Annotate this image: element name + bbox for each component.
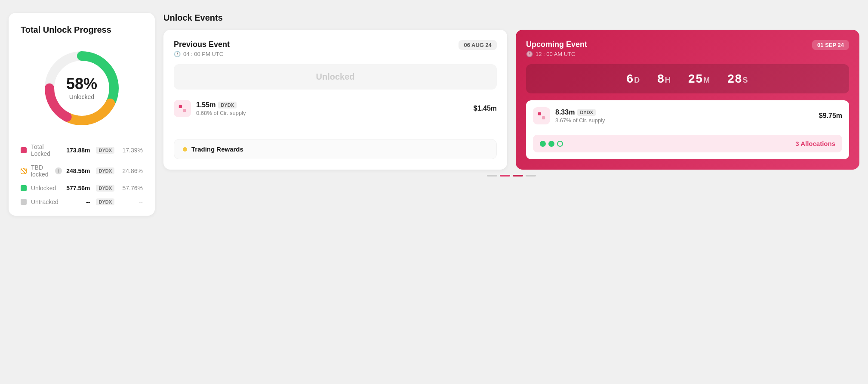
legend-token-tbd: DYDX bbox=[96, 167, 114, 174]
upcoming-event-time-text: 12 : 00 AM UTC bbox=[536, 51, 575, 57]
legend-token-unlocked: DYDX bbox=[96, 185, 114, 192]
prev-event-title: Previous Event bbox=[174, 40, 230, 49]
legend-pct-tbd: 24.86% bbox=[122, 167, 143, 174]
donut-center: 58% Unlocked bbox=[66, 76, 97, 100]
scroll-dot-3 bbox=[513, 175, 523, 177]
legend-pct-unlocked: 57.76% bbox=[122, 185, 143, 192]
alloc-dot-3 bbox=[557, 141, 563, 147]
donut-percent: 58% bbox=[66, 76, 97, 92]
locked-icon bbox=[21, 147, 27, 153]
upcoming-event-header: Upcoming Event 🕐 12 : 00 AM UTC 01 SEP 2… bbox=[526, 40, 849, 57]
legend-label-untracked: Untracked bbox=[31, 198, 82, 205]
legend-token-untracked: DYDX bbox=[96, 198, 114, 205]
legend-row-tbd: TBD locked i 248.56m DYDX 24.86% bbox=[21, 164, 143, 178]
countdown-days-unit: D bbox=[634, 76, 640, 84]
legend-pct-untracked: -- bbox=[122, 198, 143, 205]
right-section: Unlock Events Previous Event 🕐 04 : 00 P… bbox=[163, 13, 859, 216]
donut-label: Unlocked bbox=[66, 93, 97, 100]
upcoming-supply-text: 3.67% of Cir. supply bbox=[555, 117, 814, 124]
countdown-hours: 8 bbox=[657, 72, 665, 85]
legend-amount-tbd: 248.56m bbox=[66, 167, 90, 174]
legend-label-tbd: TBD locked bbox=[31, 164, 50, 178]
alloc-dot-1 bbox=[540, 141, 546, 147]
previous-event-card: Previous Event 🕐 04 : 00 PM UTC 06 AUG 2… bbox=[163, 30, 507, 170]
countdown-seconds: 28 bbox=[727, 72, 742, 85]
countdown-seconds-unit: S bbox=[742, 76, 748, 84]
upcoming-alloc-row: 8.33m DYDX 3.67% of Cir. supply $9.75m bbox=[533, 107, 842, 124]
svg-rect-6 bbox=[538, 112, 541, 115]
total-unlock-progress-card: Total Unlock Progress 58% Unlocked bbox=[9, 13, 155, 216]
scroll-indicators bbox=[163, 175, 859, 177]
svg-rect-5 bbox=[183, 109, 186, 112]
yellow-dot-icon bbox=[183, 147, 187, 152]
section-title: Unlock Events bbox=[163, 13, 859, 23]
countdown-text: 6D 8H 25M 28S bbox=[536, 72, 839, 86]
info-icon: i bbox=[55, 167, 62, 174]
countdown-hours-unit: H bbox=[665, 76, 671, 84]
upcoming-dydx-badge: DYDX bbox=[577, 109, 596, 116]
upcoming-alloc-amount: 8.33m DYDX bbox=[555, 108, 814, 116]
donut-chart-wrapper: 58% Unlocked bbox=[21, 45, 143, 131]
upcoming-alloc-value: $9.75m bbox=[819, 112, 842, 120]
legend-row-unlocked: Unlocked 577.56m DYDX 57.76% bbox=[21, 185, 143, 192]
legend-amount-unlocked: 577.56m bbox=[66, 185, 90, 192]
left-card-title: Total Unlock Progress bbox=[21, 25, 143, 35]
upcoming-alloc-info: 8.33m DYDX 3.67% of Cir. supply bbox=[555, 108, 814, 124]
prev-alloc-amount: 1.55m DYDX bbox=[196, 101, 468, 109]
scroll-dot-2 bbox=[500, 175, 510, 177]
upcoming-inner-card: 8.33m DYDX 3.67% of Cir. supply $9.75m bbox=[526, 100, 849, 159]
prev-amount-text: 1.55m bbox=[196, 101, 215, 109]
legend-pct-locked: 17.39% bbox=[122, 147, 143, 154]
events-row: Previous Event 🕐 04 : 00 PM UTC 06 AUG 2… bbox=[163, 30, 859, 170]
legend: Total Locked 173.88m DYDX 17.39% TBD loc… bbox=[21, 143, 143, 205]
allocations-footer: 3 Allocations bbox=[533, 135, 842, 152]
legend-row-untracked: Untracked -- DYDX -- bbox=[21, 198, 143, 205]
legend-label-locked: Total Locked bbox=[31, 143, 62, 157]
prev-alloc-value: $1.45m bbox=[474, 105, 497, 112]
svg-rect-4 bbox=[179, 105, 182, 108]
upcoming-event-card: Upcoming Event 🕐 12 : 00 AM UTC 01 SEP 2… bbox=[516, 30, 859, 170]
legend-amount-untracked: -- bbox=[86, 198, 90, 205]
tbd-icon bbox=[21, 168, 27, 174]
legend-label-unlocked: Unlocked bbox=[31, 185, 62, 192]
scroll-dot-4 bbox=[526, 175, 536, 177]
countdown-minutes-unit: M bbox=[703, 76, 711, 84]
prev-allocation-row: 1.55m DYDX 0.68% of Cir. supply $1.45m bbox=[174, 96, 497, 121]
prev-event-time-text: 04 : 00 PM UTC bbox=[183, 51, 223, 57]
legend-amount-locked: 173.88m bbox=[66, 147, 90, 154]
upcoming-alloc-icon bbox=[533, 107, 550, 124]
legend-token-locked: DYDX bbox=[96, 147, 114, 154]
legend-row-locked: Total Locked 173.88m DYDX 17.39% bbox=[21, 143, 143, 157]
countdown-days: 6 bbox=[627, 72, 634, 85]
clock-icon-prev: 🕐 bbox=[174, 51, 181, 57]
upcoming-event-time: 🕐 12 : 00 AM UTC bbox=[526, 51, 587, 57]
upcoming-alloc-svg bbox=[537, 111, 546, 121]
prev-event-title-group: Previous Event 🕐 04 : 00 PM UTC bbox=[174, 40, 230, 57]
upcoming-event-title: Upcoming Event bbox=[526, 40, 587, 49]
prev-event-date: 06 AUG 24 bbox=[459, 40, 497, 50]
trading-rewards-label: Trading Rewards bbox=[191, 146, 243, 153]
alloc-dot-2 bbox=[548, 141, 554, 147]
scroll-dot-1 bbox=[487, 175, 497, 177]
trading-rewards-button[interactable]: Trading Rewards bbox=[174, 139, 497, 159]
upcoming-amount-text: 8.33m bbox=[555, 108, 575, 116]
donut-chart: 58% Unlocked bbox=[39, 45, 125, 131]
prev-event-header: Previous Event 🕐 04 : 00 PM UTC 06 AUG 2… bbox=[174, 40, 497, 57]
prev-event-time: 🕐 04 : 00 PM UTC bbox=[174, 51, 230, 57]
svg-rect-7 bbox=[542, 116, 545, 119]
prev-alloc-icon bbox=[174, 100, 191, 117]
clock-icon-upcoming: 🕐 bbox=[526, 51, 533, 57]
prev-supply-text: 0.68% of Cir. supply bbox=[196, 110, 468, 116]
alloc-dots bbox=[540, 141, 563, 147]
countdown-minutes: 25 bbox=[688, 72, 703, 85]
prev-alloc-info: 1.55m DYDX 0.68% of Cir. supply bbox=[196, 101, 468, 116]
upcoming-event-title-group: Upcoming Event 🕐 12 : 00 AM UTC bbox=[526, 40, 587, 57]
allocations-label: 3 Allocations bbox=[795, 140, 835, 147]
unlocked-status: Unlocked bbox=[174, 64, 497, 90]
upcoming-event-date: 01 SEP 24 bbox=[812, 40, 849, 50]
countdown-box: 6D 8H 25M 28S bbox=[526, 64, 849, 93]
prev-alloc-svg bbox=[178, 104, 187, 113]
unlocked-color-icon bbox=[21, 185, 27, 191]
prev-dydx-badge: DYDX bbox=[218, 102, 237, 108]
untracked-icon bbox=[21, 199, 27, 205]
